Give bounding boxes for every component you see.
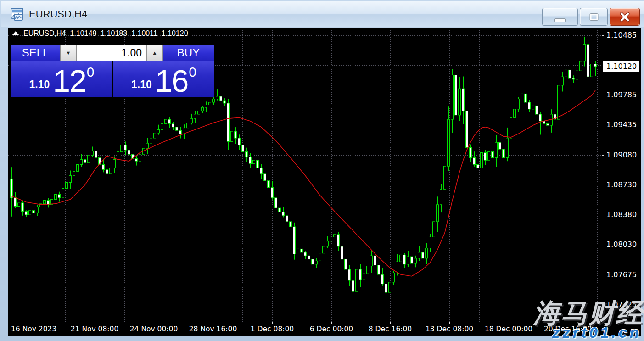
price-axis-label: 1.08030 <box>606 240 637 249</box>
title-bar[interactable]: EURUSD,H4 <box>1 1 644 27</box>
price-axis-label: 1.08380 <box>606 210 637 219</box>
buy-button[interactable]: BUY <box>163 45 214 61</box>
buy-quote-panel[interactable]: 1.10 16 0 <box>113 61 214 97</box>
price-tick <box>602 245 604 245</box>
time-tick <box>154 322 154 324</box>
one-click-trading-panel: SELL ▼ ▲ BUY 1.10 12 0 1.10 16 0 <box>11 45 214 97</box>
price-tick <box>602 155 604 156</box>
time-tick <box>568 322 568 324</box>
price-axis-label: 1.09435 <box>606 120 637 129</box>
price-axis-label: 1.09080 <box>606 151 637 159</box>
time-tick <box>390 322 391 324</box>
mt4-chart-window: EURUSD,H4 EURUSD,H41.101491.101831.10011… <box>0 0 644 341</box>
price-tick <box>602 275 604 275</box>
window-title: EURUSD,H4 <box>29 1 87 27</box>
buy-price-point: 0 <box>189 64 196 80</box>
time-tick <box>36 322 36 324</box>
chart-window-icon <box>11 8 24 22</box>
restore-icon <box>590 14 598 20</box>
ohlc-low: 1.10011 <box>131 29 157 37</box>
price-tick <box>602 35 604 36</box>
time-axis-label: 13 Dec 08:00 <box>426 325 473 333</box>
price-tick <box>602 95 604 95</box>
sell-button[interactable]: SELL <box>11 45 60 61</box>
price-tick <box>602 305 604 305</box>
ohlc-symbol: EURUSD,H4 <box>23 29 66 37</box>
volume-increase-button[interactable]: ▲ <box>146 45 163 61</box>
price-axis-label: 1.07325 <box>606 300 637 309</box>
restore-button[interactable] <box>580 8 608 26</box>
ohlc-high: 1.10183 <box>101 29 127 37</box>
volume-decrease-button[interactable]: ▼ <box>60 45 77 61</box>
time-tick <box>509 322 509 324</box>
chart-frame: EURUSD,H41.101491.101831.100111.10120 SE… <box>8 28 641 336</box>
price-axis-label: 1.08730 <box>606 180 637 189</box>
buy-price-major: 1.10 <box>131 78 152 91</box>
sell-price-major: 1.10 <box>29 78 50 91</box>
price-axis-label: 1.10485 <box>606 31 637 39</box>
sell-price-pips: 12 <box>53 65 86 96</box>
close-icon <box>619 11 631 23</box>
time-tick <box>331 322 332 324</box>
price-tick <box>602 185 604 185</box>
time-tick <box>449 322 450 324</box>
time-axis-label: 28 Nov 16:00 <box>189 325 237 333</box>
time-axis-label: 18 Dec 00:00 <box>485 325 532 333</box>
time-tick <box>272 322 273 324</box>
time-axis-label: 8 Dec 16:00 <box>369 325 412 333</box>
collapse-panel-icon[interactable] <box>12 31 19 35</box>
close-button[interactable] <box>610 8 640 26</box>
price-tick <box>602 125 604 125</box>
time-axis-label: 20 Dec 16:00 <box>544 325 592 333</box>
ohlc-open: 1.10149 <box>70 29 96 37</box>
ohlc-close: 1.10120 <box>162 29 188 37</box>
price-axis-label: 1.09785 <box>606 90 637 99</box>
volume-input[interactable] <box>77 45 146 61</box>
time-axis-label: 6 Dec 00:00 <box>310 325 353 333</box>
time-tick <box>95 322 95 324</box>
ohlc-header: EURUSD,H41.101491.101831.100111.10120 <box>11 29 192 38</box>
price-axis-label: 1.07675 <box>606 270 637 279</box>
minimize-button[interactable] <box>542 8 578 26</box>
price-axis[interactable]: 1.104851.097851.094351.090801.087301.083… <box>602 28 641 336</box>
minimize-icon <box>554 18 566 22</box>
buy-price-pips: 16 <box>155 65 188 96</box>
current-price-box: 1.10120 <box>603 61 639 72</box>
sell-price-point: 0 <box>87 64 95 80</box>
sell-quote-panel[interactable]: 1.10 12 0 <box>11 61 112 97</box>
time-axis-label: 24 Nov 00:00 <box>130 325 178 333</box>
price-tick <box>602 215 604 215</box>
time-tick <box>213 322 213 324</box>
price-axis-line <box>602 28 602 322</box>
time-axis-label: 1 Dec 08:00 <box>251 325 294 333</box>
time-axis[interactable]: 16 Nov 202321 Nov 08:0024 Nov 00:0028 No… <box>8 322 641 336</box>
time-axis-label: 16 Nov 2023 <box>11 325 56 333</box>
time-axis-label: 21 Nov 08:00 <box>71 325 119 333</box>
